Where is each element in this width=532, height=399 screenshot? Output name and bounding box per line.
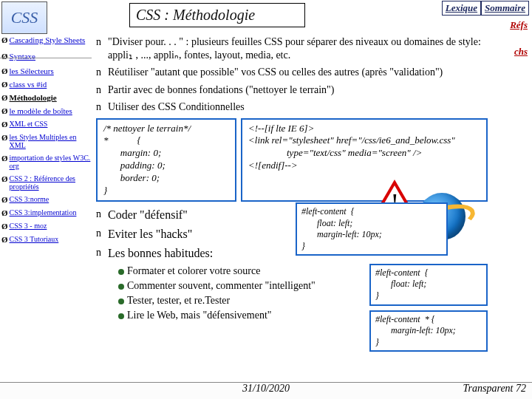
bullet-text: Utiliser des CSS Conditionnelles (108, 100, 488, 114)
sidebar-item[interactable]: ØCSS 2 : Référence des propriétés (1, 174, 93, 191)
main-bullets: n"Diviser pour. . . " : plusieurs feuill… (96, 35, 488, 114)
lexique-link[interactable]: Lexique (442, 1, 481, 16)
sidebar-item[interactable]: ØCSS 3 - moz (1, 222, 93, 231)
habit-bullets: Formater et colorer votre source Comment… (115, 265, 365, 322)
top-links: Lexique Sommaire (442, 1, 529, 16)
sidebar-item[interactable]: ØCSS 3:norme (1, 195, 93, 204)
habit-text: Formater et colorer votre source (127, 265, 260, 277)
habit-text: Tester, tester, et re.Tester (127, 295, 230, 307)
code-reset: /* nettoyer le terrain*/ * { margin: 0; … (96, 118, 236, 202)
code-conditional: <!--[if lte IE 6]> <link rel="stylesheet… (241, 118, 488, 202)
sidebar-item[interactable]: ØCSS 3 Tutoriaux (1, 235, 93, 244)
sidebar: ØCascading Style Sheets ØSyntaxe Øles Sé… (0, 35, 93, 247)
footer-date: 31/10/2020 (0, 383, 532, 395)
refs-link[interactable]: Réfs (510, 19, 528, 31)
sidebar-item[interactable]: Øle modèle de boîtes (1, 106, 93, 115)
sommaire-link[interactable]: Sommaire (481, 1, 529, 16)
bullet-text: Partir avec de bonnes fondations ("netto… (108, 83, 488, 97)
sidebar-item[interactable]: Øclass vs #id (1, 80, 93, 89)
sidebar-item[interactable]: ØXML et CSS (1, 120, 93, 129)
sidebar-item[interactable]: Øles Sélecteurs (1, 66, 93, 75)
code-fix2: #left-content * { margin-left: 10px; } (369, 310, 488, 352)
bullet-text: Réutiliser "autant que possible" vos CSS… (108, 66, 488, 79)
techs-link[interactable]: chs (514, 46, 528, 58)
sidebar-item[interactable]: ØCSS 3:implementation (1, 208, 93, 217)
main-content: n"Diviser pour. . . " : plusieurs feuill… (96, 35, 488, 352)
code-fix1: #left-content { float: left; } (369, 264, 488, 306)
habit-text: Lire le Web, mais "défensivement" (127, 310, 271, 321)
sidebar-item-current[interactable]: ØMéthodologie (1, 93, 93, 102)
css-logo: CSS (1, 1, 47, 34)
logo-text: CSS (11, 8, 38, 27)
bullet-text: "Diviser pour. . . " : plusieurs feuille… (108, 35, 488, 61)
code-left-content: #left-content { float: left; margin-left… (296, 202, 448, 256)
page-title: CSS : Méthodologie (129, 3, 305, 27)
sidebar-item[interactable]: ØCascading Style Sheets (1, 35, 93, 44)
sidebar-item[interactable]: ØSyntaxe (1, 52, 93, 61)
sidebar-item[interactable]: Øimportation de styles W3C. org (1, 154, 93, 170)
habit-text: Commenter souvent, commenter "intelligen… (127, 280, 316, 292)
footer-page: Transparent 72 (463, 383, 526, 395)
sidebar-item[interactable]: Øles Styles Multiples en XML (1, 133, 93, 149)
